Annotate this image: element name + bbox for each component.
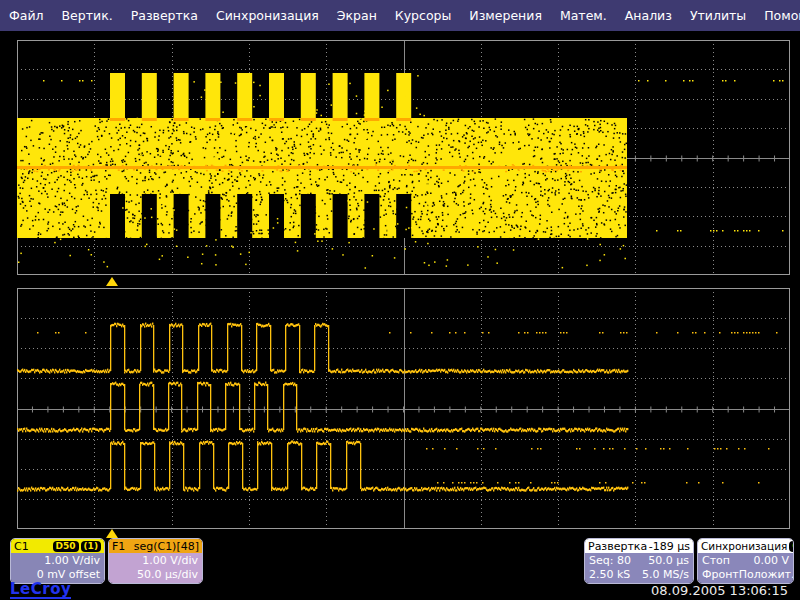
menu-item-math[interactable]: Матем. — [551, 8, 616, 23]
timebase-seq: Seq: 80 — [589, 554, 631, 568]
channel-c1-label: C1 — [14, 540, 29, 553]
menu-item-file[interactable]: Файл — [0, 8, 53, 23]
menu-bar: Файл Вертик. Развертка Синхронизация Экр… — [0, 0, 800, 31]
trigger-mode: Стоп — [702, 554, 730, 568]
menu-item-cursors[interactable]: Курсоры — [386, 8, 461, 23]
channel-c1-descriptor[interactable]: C1 D50 (1) 1.00 V/div 0 mV offset — [10, 538, 105, 584]
persistence-grid-display[interactable] — [17, 40, 790, 275]
timebase-descriptor[interactable]: Развертка -189 µs Seq: 80 50.0 µs 2.50 k… — [584, 538, 694, 584]
menu-item-help[interactable]: Помощь — [755, 8, 800, 23]
menu-item-analysis[interactable]: Анализ — [616, 8, 681, 23]
datetime-display: 08.09.2005 13:06:15 — [651, 583, 788, 598]
timebase-settings: Seq: 80 50.0 µs 2.50 kS 5.0 MS/s — [585, 553, 693, 584]
timebase-rate: 5.0 MS/s — [642, 568, 689, 582]
trigger-settings: Стоп 0.00 V Фронт Положит. — [698, 553, 793, 584]
segment-traces-grid-display[interactable] — [17, 288, 790, 529]
menu-item-utilities[interactable]: Утилиты — [681, 8, 755, 23]
trace-f1-header: F1 seg(C1)[48] — [109, 539, 202, 553]
trace-f1-settings: 1.00 V/div 50.0 µs/div — [109, 553, 202, 584]
menu-item-measure[interactable]: Измерения — [460, 8, 551, 23]
timebase-title: Развертка — [588, 540, 647, 553]
menu-item-vertical[interactable]: Вертик. — [53, 8, 122, 23]
timebase-tdiv: 50.0 µs — [648, 554, 689, 568]
trigger-position-marker-bottom[interactable] — [106, 529, 118, 538]
trigger-level: 0.00 V — [753, 554, 789, 568]
trace-f1-tdiv: 50.0 µs/div — [113, 568, 198, 582]
lecroy-logo: LeCroy — [10, 582, 71, 599]
channel-c1-vdiv: 1.00 V/div — [15, 554, 100, 568]
menu-item-trigger[interactable]: Синхронизация — [207, 8, 328, 23]
trace-f1-descriptor[interactable]: F1 seg(C1)[48] 1.00 V/div 50.0 µs/div — [108, 538, 203, 584]
trace-f1-vdiv: 1.00 V/div — [113, 554, 198, 568]
menu-item-timebase[interactable]: Развертка — [122, 8, 207, 23]
timebase-delay: -189 µs — [649, 540, 690, 553]
channel-c1-filter-badge: D50 — [53, 541, 79, 552]
channel-c1-count-badge: (1) — [81, 541, 102, 552]
trigger-title: Синхронизация — [701, 540, 787, 553]
trigger-slope: Положит. — [739, 568, 794, 582]
oscilloscope-screen: Файл Вертик. Развертка Синхронизация Экр… — [0, 0, 800, 600]
trace-f1-function: seg(C1)[48] — [134, 540, 199, 553]
menu-item-display[interactable]: Экран — [328, 8, 386, 23]
channel-c1-header: C1 D50 (1) — [11, 539, 104, 553]
trigger-slope-label: Фронт — [702, 568, 739, 582]
timebase-samples: 2.50 kS — [589, 568, 630, 582]
trace-f1-label: F1 — [112, 540, 125, 553]
trigger-header: Синхронизация C1 — [698, 539, 793, 553]
trigger-position-marker-top[interactable] — [106, 277, 118, 286]
trigger-descriptor[interactable]: Синхронизация C1 Стоп 0.00 V Фронт Полож… — [697, 538, 794, 584]
trigger-source-badge: C1 — [789, 541, 794, 552]
timebase-header: Развертка -189 µs — [585, 539, 693, 553]
